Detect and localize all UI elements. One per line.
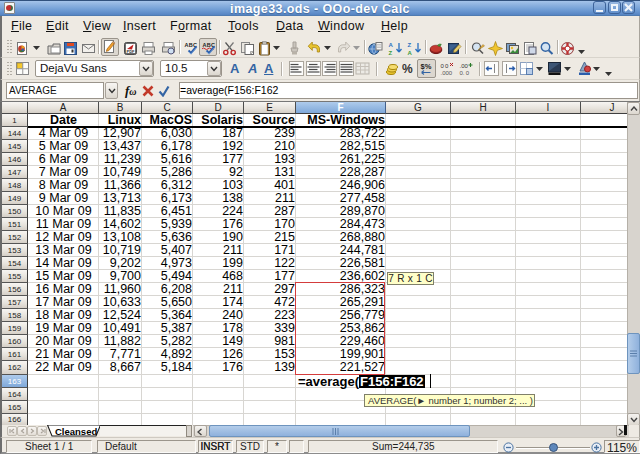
svg-text:Z: Z: [389, 50, 393, 56]
svg-text:$%: $%: [421, 62, 432, 71]
svg-text:.000: .000: [441, 70, 453, 76]
svg-text:A: A: [389, 42, 394, 48]
svg-text:0 0: 0 0: [441, 63, 450, 69]
svg-text:0. 0: 0. 0: [460, 70, 470, 76]
svg-text:Z: Z: [408, 42, 412, 48]
svg-text:.00: .00: [460, 63, 469, 69]
svg-text:A: A: [408, 50, 413, 56]
svg-text:PDF: PDF: [127, 49, 136, 54]
